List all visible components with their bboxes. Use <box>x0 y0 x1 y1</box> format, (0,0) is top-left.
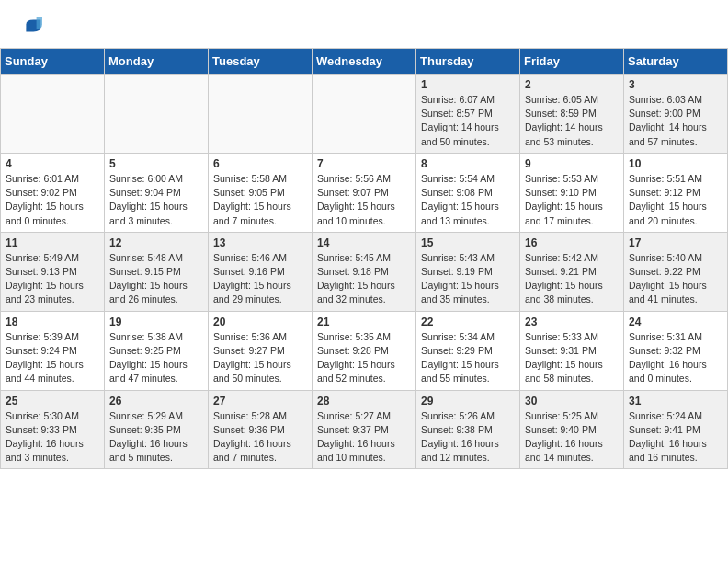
calendar-cell: 29Sunrise: 5:26 AMSunset: 9:38 PMDayligh… <box>416 390 520 469</box>
calendar-cell: 11Sunrise: 5:49 AMSunset: 9:13 PMDayligh… <box>1 232 105 311</box>
calendar-cell: 17Sunrise: 5:40 AMSunset: 9:22 PMDayligh… <box>624 232 728 311</box>
day-info: Sunrise: 5:46 AMSunset: 9:16 PMDaylight:… <box>213 251 307 307</box>
day-info: Sunrise: 5:53 AMSunset: 9:10 PMDaylight:… <box>525 172 619 228</box>
day-info: Sunrise: 5:51 AMSunset: 9:12 PMDaylight:… <box>629 172 722 228</box>
calendar-cell: 26Sunrise: 5:29 AMSunset: 9:35 PMDayligh… <box>105 390 209 469</box>
day-info: Sunrise: 6:00 AMSunset: 9:04 PMDaylight:… <box>109 172 203 228</box>
calendar-cell: 30Sunrise: 5:25 AMSunset: 9:40 PMDayligh… <box>520 390 624 469</box>
day-number: 25 <box>6 395 99 408</box>
day-number: 20 <box>213 316 307 328</box>
day-info: Sunrise: 5:49 AMSunset: 9:13 PMDaylight:… <box>6 251 99 307</box>
day-info: Sunrise: 6:07 AMSunset: 8:57 PMDaylight:… <box>421 93 515 149</box>
day-info: Sunrise: 5:38 AMSunset: 9:25 PMDaylight:… <box>109 330 203 386</box>
calendar-cell: 2Sunrise: 6:05 AMSunset: 8:59 PMDaylight… <box>520 75 624 154</box>
calendar-cell: 12Sunrise: 5:48 AMSunset: 9:15 PMDayligh… <box>105 232 209 311</box>
calendar-cell: 14Sunrise: 5:45 AMSunset: 9:18 PMDayligh… <box>313 232 416 311</box>
day-number: 10 <box>629 157 722 170</box>
day-number: 22 <box>421 316 515 328</box>
day-number: 23 <box>525 316 619 328</box>
day-number: 12 <box>109 236 203 249</box>
calendar-cell: 10Sunrise: 5:51 AMSunset: 9:12 PMDayligh… <box>624 153 728 232</box>
day-info: Sunrise: 5:54 AMSunset: 9:08 PMDaylight:… <box>421 172 515 228</box>
calendar-cell: 21Sunrise: 5:35 AMSunset: 9:28 PMDayligh… <box>313 311 416 390</box>
day-header-monday: Monday <box>105 49 209 75</box>
day-number: 7 <box>317 157 411 170</box>
day-number: 30 <box>525 395 619 408</box>
day-info: Sunrise: 5:27 AMSunset: 9:37 PMDaylight:… <box>317 409 411 465</box>
day-number: 9 <box>525 157 619 170</box>
day-info: Sunrise: 5:39 AMSunset: 9:24 PMDaylight:… <box>6 330 99 386</box>
day-number: 13 <box>213 236 307 249</box>
day-number: 24 <box>629 316 722 328</box>
day-header-friday: Friday <box>520 49 624 75</box>
day-header-saturday: Saturday <box>624 49 728 75</box>
logo <box>18 15 42 40</box>
calendar-week-row: 25Sunrise: 5:30 AMSunset: 9:33 PMDayligh… <box>1 390 728 469</box>
calendar-week-row: 1Sunrise: 6:07 AMSunset: 8:57 PMDaylight… <box>1 75 728 154</box>
day-info: Sunrise: 5:33 AMSunset: 9:31 PMDaylight:… <box>525 330 619 386</box>
calendar-cell: 18Sunrise: 5:39 AMSunset: 9:24 PMDayligh… <box>1 311 105 390</box>
day-number: 16 <box>525 236 619 249</box>
calendar: SundayMondayTuesdayWednesdayThursdayFrid… <box>0 48 728 469</box>
day-info: Sunrise: 6:01 AMSunset: 9:02 PMDaylight:… <box>6 172 99 228</box>
day-info: Sunrise: 5:58 AMSunset: 9:05 PMDaylight:… <box>213 172 307 228</box>
day-info: Sunrise: 5:43 AMSunset: 9:19 PMDaylight:… <box>421 251 515 307</box>
day-number: 14 <box>317 236 411 249</box>
calendar-header-row: SundayMondayTuesdayWednesdayThursdayFrid… <box>1 49 728 75</box>
day-number: 28 <box>317 395 411 408</box>
calendar-cell <box>209 75 313 154</box>
day-number: 2 <box>525 78 619 91</box>
day-info: Sunrise: 5:42 AMSunset: 9:21 PMDaylight:… <box>525 251 619 307</box>
day-number: 31 <box>629 395 722 408</box>
calendar-cell: 4Sunrise: 6:01 AMSunset: 9:02 PMDaylight… <box>1 153 105 232</box>
calendar-cell: 8Sunrise: 5:54 AMSunset: 9:08 PMDaylight… <box>416 153 520 232</box>
calendar-cell: 16Sunrise: 5:42 AMSunset: 9:21 PMDayligh… <box>520 232 624 311</box>
day-number: 8 <box>421 157 515 170</box>
calendar-cell: 24Sunrise: 5:31 AMSunset: 9:32 PMDayligh… <box>624 311 728 390</box>
day-info: Sunrise: 6:05 AMSunset: 8:59 PMDaylight:… <box>525 93 619 149</box>
day-info: Sunrise: 5:24 AMSunset: 9:41 PMDaylight:… <box>629 409 722 465</box>
day-number: 17 <box>629 236 722 249</box>
day-number: 21 <box>317 316 411 328</box>
day-number: 27 <box>213 395 307 408</box>
calendar-cell: 6Sunrise: 5:58 AMSunset: 9:05 PMDaylight… <box>209 153 313 232</box>
day-info: Sunrise: 5:48 AMSunset: 9:15 PMDaylight:… <box>109 251 203 307</box>
calendar-cell <box>313 75 416 154</box>
day-header-thursday: Thursday <box>416 49 520 75</box>
calendar-cell: 1Sunrise: 6:07 AMSunset: 8:57 PMDaylight… <box>416 75 520 154</box>
day-info: Sunrise: 5:36 AMSunset: 9:27 PMDaylight:… <box>213 330 307 386</box>
day-number: 1 <box>421 78 515 91</box>
calendar-cell: 9Sunrise: 5:53 AMSunset: 9:10 PMDaylight… <box>520 153 624 232</box>
header <box>0 0 728 48</box>
day-info: Sunrise: 5:29 AMSunset: 9:35 PMDaylight:… <box>109 409 203 465</box>
calendar-cell <box>105 75 209 154</box>
day-info: Sunrise: 5:35 AMSunset: 9:28 PMDaylight:… <box>317 330 411 386</box>
day-info: Sunrise: 5:31 AMSunset: 9:32 PMDaylight:… <box>629 330 722 386</box>
calendar-cell: 3Sunrise: 6:03 AMSunset: 9:00 PMDaylight… <box>624 75 728 154</box>
day-number: 15 <box>421 236 515 249</box>
calendar-cell <box>1 75 105 154</box>
calendar-cell: 28Sunrise: 5:27 AMSunset: 9:37 PMDayligh… <box>313 390 416 469</box>
calendar-cell: 25Sunrise: 5:30 AMSunset: 9:33 PMDayligh… <box>1 390 105 469</box>
calendar-cell: 7Sunrise: 5:56 AMSunset: 9:07 PMDaylight… <box>313 153 416 232</box>
day-info: Sunrise: 5:34 AMSunset: 9:29 PMDaylight:… <box>421 330 515 386</box>
day-number: 18 <box>6 316 99 328</box>
day-header-sunday: Sunday <box>1 49 105 75</box>
day-number: 6 <box>213 157 307 170</box>
calendar-cell: 27Sunrise: 5:28 AMSunset: 9:36 PMDayligh… <box>209 390 313 469</box>
calendar-cell: 5Sunrise: 6:00 AMSunset: 9:04 PMDaylight… <box>105 153 209 232</box>
calendar-cell: 22Sunrise: 5:34 AMSunset: 9:29 PMDayligh… <box>416 311 520 390</box>
day-info: Sunrise: 5:26 AMSunset: 9:38 PMDaylight:… <box>421 409 515 465</box>
day-info: Sunrise: 5:30 AMSunset: 9:33 PMDaylight:… <box>6 409 99 465</box>
day-number: 3 <box>629 78 722 91</box>
calendar-cell: 23Sunrise: 5:33 AMSunset: 9:31 PMDayligh… <box>520 311 624 390</box>
day-number: 4 <box>6 157 99 170</box>
day-number: 11 <box>6 236 99 249</box>
day-header-wednesday: Wednesday <box>313 49 416 75</box>
day-info: Sunrise: 5:28 AMSunset: 9:36 PMDaylight:… <box>213 409 307 465</box>
day-header-tuesday: Tuesday <box>209 49 313 75</box>
day-info: Sunrise: 6:03 AMSunset: 9:00 PMDaylight:… <box>629 93 722 149</box>
calendar-week-row: 4Sunrise: 6:01 AMSunset: 9:02 PMDaylight… <box>1 153 728 232</box>
day-info: Sunrise: 5:56 AMSunset: 9:07 PMDaylight:… <box>317 172 411 228</box>
calendar-cell: 13Sunrise: 5:46 AMSunset: 9:16 PMDayligh… <box>209 232 313 311</box>
